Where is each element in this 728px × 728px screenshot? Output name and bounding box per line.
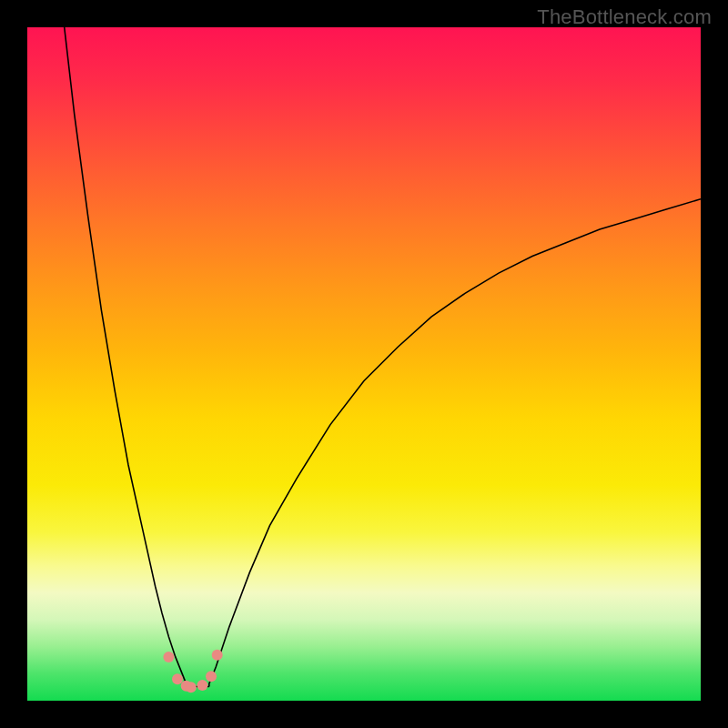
chart-container: TheBottleneck.com [0, 0, 728, 728]
data-point [197, 680, 207, 691]
plot-area [27, 27, 701, 701]
data-point [206, 671, 217, 682]
data-point [172, 673, 183, 684]
bottleneck-curve-left [65, 27, 209, 686]
watermark-text: TheBottleneck.com [537, 5, 712, 29]
curve-svg [27, 27, 701, 701]
data-point [186, 682, 197, 693]
data-point [163, 652, 174, 662]
bottleneck-curve-right [209, 199, 701, 687]
data-point [212, 650, 223, 661]
